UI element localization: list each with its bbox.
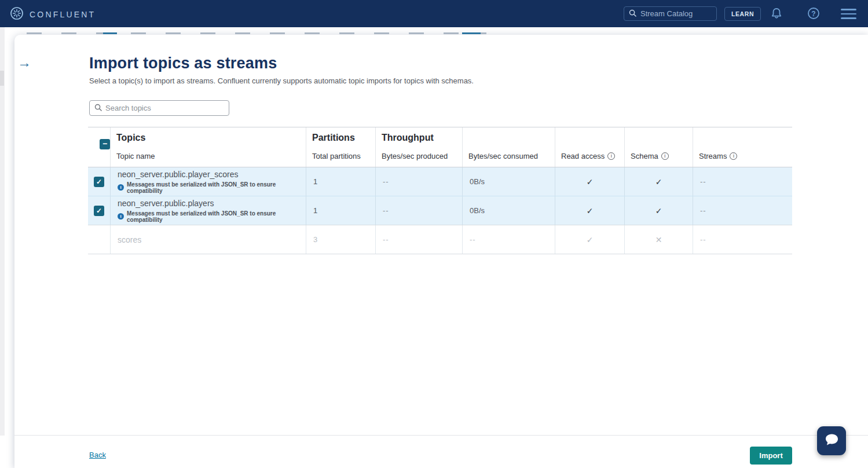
check-icon: ✓	[587, 235, 594, 244]
check-icon: ✓	[655, 206, 662, 215]
collapse-panel-arrow-icon[interactable]: →	[17, 56, 31, 70]
hamburger-menu-icon[interactable]	[841, 9, 856, 19]
search-topics-box[interactable]	[89, 100, 229, 116]
column-header-schema: Schemai	[624, 127, 693, 167]
chat-bubble-icon	[824, 433, 840, 449]
topic-name: scores	[118, 235, 299, 244]
table-row[interactable]: neon_server.public.player_scores i Messa…	[88, 167, 792, 196]
row-checkbox-cell	[88, 167, 110, 196]
table-row-disabled: scores 3 -- -- ✓ ✕ --	[88, 225, 792, 254]
background-page-edge	[0, 27, 5, 436]
check-icon: ✓	[587, 206, 594, 215]
topic-name: neon_server.public.player_scores	[118, 170, 299, 179]
info-filled-icon: i	[118, 184, 124, 191]
back-link[interactable]: Back	[89, 451, 106, 459]
learn-button[interactable]: LEARN	[724, 7, 761, 21]
partitions-cell: 1	[306, 167, 375, 196]
topic-name: neon_server.public.players	[118, 199, 299, 208]
read-access-cell: ✓	[555, 196, 624, 225]
row-checkbox-checked[interactable]	[94, 206, 104, 216]
table-row[interactable]: neon_server.public.players i Messages mu…	[88, 196, 792, 225]
search-icon	[629, 9, 636, 19]
select-all-checkbox-indeterminate[interactable]	[100, 139, 110, 149]
confluent-logo-icon	[10, 6, 24, 23]
read-access-cell: ✓	[555, 167, 624, 196]
chat-widget-button[interactable]	[817, 426, 846, 455]
info-filled-icon: i	[118, 213, 124, 220]
topic-cell: scores	[110, 225, 306, 254]
row-checkbox-cell-empty	[88, 225, 110, 254]
topic-note: i Messages must be serialized with JSON_…	[118, 181, 299, 194]
stream-catalog-search[interactable]	[624, 6, 717, 21]
search-topics-input[interactable]	[105, 104, 224, 112]
streams-cell: --	[693, 167, 792, 196]
help-icon[interactable]: ?	[807, 7, 820, 22]
column-header-consumed: Bytes/sec consumed	[462, 127, 555, 167]
page-title: Import topics as streams	[89, 54, 277, 72]
streams-cell: --	[693, 225, 792, 254]
schema-cell: ✓	[624, 167, 693, 196]
topic-note: i Messages must be serialized with JSON_…	[118, 210, 299, 223]
topics-table: Topics Topic name Partitions Total parti…	[88, 127, 792, 254]
schema-cell: ✓	[624, 196, 693, 225]
confluent-logo[interactable]: CONFLUENT	[10, 6, 96, 23]
background-page-tab	[0, 71, 4, 86]
produced-cell: --	[375, 196, 462, 225]
import-button[interactable]: Import	[750, 447, 792, 465]
column-header-throughput-produced: Throughput Bytes/sec produced	[375, 127, 462, 167]
brand-name: CONFLUENT	[30, 10, 96, 19]
partitions-cell: 1	[306, 196, 375, 225]
info-icon[interactable]: i	[730, 152, 737, 160]
read-access-cell: ✓	[555, 225, 624, 254]
check-icon: ✓	[587, 177, 594, 187]
column-header-topics: Topics Topic name	[110, 127, 306, 167]
info-icon[interactable]: i	[607, 152, 615, 160]
schema-cell: ✕	[624, 225, 693, 254]
consumed-cell: 0B/s	[462, 196, 555, 225]
consumed-cell: 0B/s	[462, 167, 555, 196]
column-header-streams: Streamsi	[693, 127, 792, 167]
column-header-partitions: Partitions Total partitions	[306, 127, 375, 167]
cross-icon: ✕	[655, 235, 662, 244]
row-checkbox-cell	[88, 196, 110, 225]
check-icon: ✓	[655, 177, 662, 187]
produced-cell: --	[375, 167, 462, 196]
streams-cell: --	[693, 196, 792, 225]
partitions-cell: 3	[306, 225, 375, 254]
topic-cell: neon_server.public.player_scores i Messa…	[110, 167, 306, 196]
svg-text:?: ?	[811, 10, 815, 18]
top-navbar: CONFLUENT LEARN ?	[0, 0, 868, 27]
consumed-cell: --	[462, 225, 555, 254]
column-header-read-access: Read accessi	[555, 127, 624, 167]
info-icon[interactable]: i	[661, 152, 669, 160]
produced-cell: --	[375, 225, 462, 254]
footer-divider	[14, 435, 868, 436]
stream-catalog-input[interactable]	[640, 9, 712, 18]
table-header-row: Topics Topic name Partitions Total parti…	[88, 127, 792, 167]
row-checkbox-checked[interactable]	[94, 177, 104, 187]
topic-cell: neon_server.public.players i Messages mu…	[110, 196, 306, 225]
notifications-bell-icon[interactable]	[770, 7, 783, 23]
search-icon	[94, 103, 102, 114]
page-subtitle: Select a topic(s) to import as streams. …	[89, 76, 474, 85]
header-checkbox-cell	[88, 127, 110, 167]
